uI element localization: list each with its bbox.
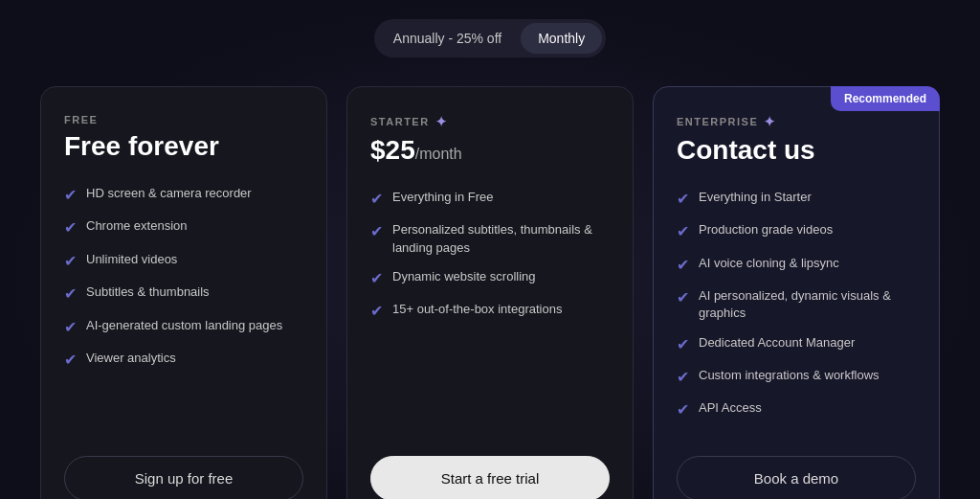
plan-title-enterprise: Contact us	[677, 135, 916, 166]
plan-tier-free: FREE	[64, 114, 303, 125]
feature-text: Personalized subtitles, thumbnails & lan…	[392, 221, 610, 256]
feature-text: AI-generated custom landing pages	[86, 317, 282, 334]
check-icon: ✔	[370, 268, 383, 289]
monthly-option[interactable]: Monthly	[521, 23, 602, 54]
check-icon: ✔	[64, 284, 77, 305]
feature-item: ✔Personalized subtitles, thumbnails & la…	[370, 221, 610, 256]
feature-item: ✔AI voice cloning & lipsync	[677, 255, 916, 276]
feature-text: AI personalized, dynamic visuals & graph…	[699, 287, 916, 322]
feature-item: ✔Dynamic website scrolling	[370, 268, 610, 289]
cta-button-starter[interactable]: Start a free trial	[370, 456, 610, 499]
billing-toggle: Annually - 25% off Monthly	[374, 19, 606, 57]
check-icon: ✔	[677, 287, 689, 308]
feature-item: ✔Chrome extension	[64, 217, 303, 238]
feature-item: ✔Viewer analytics	[64, 350, 303, 371]
feature-item: ✔Production grade videos	[677, 221, 916, 242]
feature-text: Subtitles & thumbnails	[86, 284, 210, 301]
feature-text: Viewer analytics	[86, 350, 176, 367]
plan-card-free: FREEFree forever✔HD screen & camera reco…	[40, 86, 327, 499]
features-list-free: ✔HD screen & camera recorder✔Chrome exte…	[64, 185, 303, 433]
feature-text: 15+ out-of-the-box integrations	[392, 301, 562, 318]
check-icon: ✔	[64, 350, 77, 371]
plan-card-enterprise: RecommendedENTERPRISE ✦Contact us✔Everyt…	[653, 86, 940, 499]
check-icon: ✔	[677, 221, 689, 242]
price-suffix: /month	[415, 146, 462, 162]
feature-item: ✔AI-generated custom landing pages	[64, 317, 303, 338]
feature-item: ✔Custom integrations & workflows	[677, 367, 916, 388]
feature-text: Chrome extension	[86, 217, 188, 235]
check-icon: ✔	[677, 399, 689, 420]
feature-item: ✔API Access	[677, 399, 916, 420]
feature-item: ✔Unlimited videos	[64, 251, 303, 272]
check-icon: ✔	[370, 189, 383, 210]
check-icon: ✔	[370, 221, 383, 242]
feature-item: ✔15+ out-of-the-box integrations	[370, 301, 610, 322]
feature-text: Dedicated Account Manager	[699, 334, 855, 352]
plan-card-starter: STARTER ✦$25/month✔Everything in Free✔Pe…	[346, 86, 634, 499]
check-icon: ✔	[64, 317, 77, 338]
feature-item: ✔Everything in Free	[370, 189, 610, 210]
check-icon: ✔	[370, 301, 383, 322]
feature-item: ✔Everything in Starter	[677, 189, 916, 210]
feature-text: Custom integrations & workflows	[699, 367, 880, 384]
feature-text: API Access	[699, 399, 762, 417]
feature-text: Dynamic website scrolling	[392, 268, 536, 285]
check-icon: ✔	[64, 217, 77, 238]
feature-text: Everything in Starter	[699, 189, 812, 206]
feature-text: Everything in Free	[392, 189, 494, 206]
feature-item: ✔Dedicated Account Manager	[677, 334, 916, 355]
check-icon: ✔	[677, 367, 689, 388]
feature-text: Unlimited videos	[86, 251, 177, 268]
features-list-starter: ✔Everything in Free✔Personalized subtitl…	[370, 189, 610, 433]
plan-price-starter: $25/month	[370, 135, 610, 166]
feature-text: Production grade videos	[699, 221, 833, 238]
features-list-enterprise: ✔Everything in Starter✔Production grade …	[677, 189, 916, 433]
feature-item: ✔AI personalized, dynamic visuals & grap…	[677, 287, 916, 322]
check-icon: ✔	[64, 251, 77, 272]
cta-button-free[interactable]: Sign up for free	[64, 456, 303, 499]
plans-container: FREEFree forever✔HD screen & camera reco…	[40, 86, 940, 499]
feature-text: HD screen & camera recorder	[86, 185, 252, 202]
plan-tier-starter: STARTER ✦	[370, 114, 610, 129]
check-icon: ✔	[677, 255, 689, 276]
feature-item: ✔Subtitles & thumbnails	[64, 284, 303, 305]
check-icon: ✔	[677, 189, 689, 210]
recommended-badge: Recommended	[831, 86, 940, 111]
feature-item: ✔HD screen & camera recorder	[64, 185, 303, 206]
feature-text: AI voice cloning & lipsync	[699, 255, 839, 272]
cta-button-enterprise[interactable]: Book a demo	[677, 456, 916, 499]
sparkle-icon: ✦	[764, 114, 777, 129]
annually-option[interactable]: Annually - 25% off	[378, 23, 517, 54]
plan-title-free: Free forever	[64, 131, 303, 162]
plan-tier-enterprise: ENTERPRISE ✦	[677, 114, 916, 129]
sparkle-icon: ✦	[435, 114, 449, 129]
check-icon: ✔	[677, 334, 689, 355]
check-icon: ✔	[64, 185, 77, 206]
